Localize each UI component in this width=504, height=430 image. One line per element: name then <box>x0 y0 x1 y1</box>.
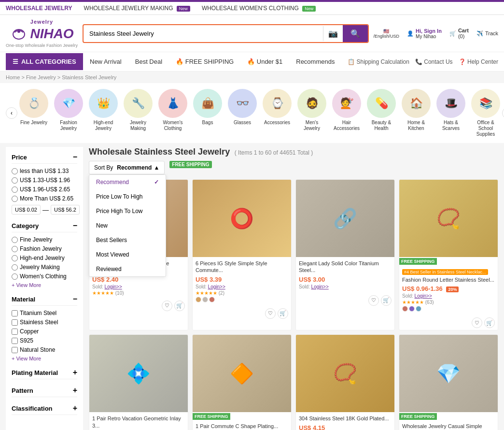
top-nav-wholesale-jewelry[interactable]: WHOLESALE JEWELRY <box>6 5 72 12</box>
category-office-school[interactable]: 📚 Office & School Supplies <box>469 87 502 139</box>
product-card-2[interactable]: ⭕ 6 Pieces IG Style Simple Style Commute… <box>192 179 292 330</box>
category-option-fashion-jewelry[interactable]: Fashion Jewelry <box>12 245 77 252</box>
breadcrumb-fine-jewelry[interactable]: Fine Jewelry <box>26 74 56 80</box>
product-card-5[interactable]: 💠 1 Pair Retro Vacation Geometric Inlay … <box>89 334 188 430</box>
category-fine-jewelry[interactable]: 💍 Fine Jewelry <box>17 87 50 139</box>
category-scroll-left[interactable]: ‹ <box>6 107 17 119</box>
sign-in[interactable]: 👤 Hi, Sign In My Nihao <box>407 28 442 39</box>
category-womens-clothing-img: 👗 <box>158 89 187 118</box>
sort-option-most-viewed[interactable]: Most Viewed <box>89 247 166 262</box>
person-icon: 👤 <box>407 30 414 37</box>
category-scroll-right[interactable]: › <box>502 107 504 119</box>
price-option-3[interactable]: US$ 1.96-US$ 2.65 <box>12 186 77 193</box>
product-login-link-2[interactable]: Login>> <box>208 284 225 289</box>
add-to-cart-button-2[interactable]: 🛒 <box>278 308 288 319</box>
add-to-cart-button-4[interactable]: 🛒 <box>484 317 495 328</box>
logo-area[interactable]: Jewelry NIHAO One-stop Wholesale Fashion… <box>6 19 78 48</box>
sort-option-best-sellers[interactable]: Best Sellers <box>89 233 166 247</box>
shipping-calculation-link[interactable]: 📋 Shipping Calculation <box>348 58 409 65</box>
material-collapse-button[interactable]: − <box>73 295 77 303</box>
ship-to[interactable]: 🇺🇸 /English/USD <box>374 29 400 39</box>
material-titanium-steel[interactable]: Titanium Steel <box>12 310 77 316</box>
material-stainless-steel[interactable]: Stainless Steel <box>12 319 77 326</box>
nav-links: New Arrival Best Deal 🔥 FREE SHIPPING 🔥 … <box>83 52 348 71</box>
color-swatches-2 <box>196 297 288 302</box>
price-collapse-button[interactable]: − <box>73 153 77 161</box>
sort-option-recommend[interactable]: Recommend ✓ <box>89 175 166 189</box>
price-max-input[interactable] <box>51 205 80 215</box>
cart-area[interactable]: 🛒 Cart (0) <box>449 28 469 39</box>
price-option-2[interactable]: US$ 1.33-US$ 1.96 <box>12 177 77 184</box>
sort-option-price-high-low[interactable]: Price High To Low <box>89 204 166 218</box>
category-view-more[interactable]: + View More <box>12 282 77 288</box>
material-s925[interactable]: S925 <box>12 337 77 344</box>
free-shipping-badge: FREE SHIPPING <box>169 161 211 168</box>
category-glasses[interactable]: 👓 Glasses <box>226 87 259 139</box>
product-img-6: 🔶 <box>193 335 291 412</box>
wishlist-button-3[interactable]: ♡ <box>368 295 379 306</box>
classification-expand-button[interactable]: + <box>73 404 77 413</box>
material-view-more[interactable]: + View More <box>12 356 77 361</box>
price-option-1[interactable]: less than US$ 1.33 <box>12 168 77 174</box>
nav-link-free-shipping[interactable]: 🔥 FREE SHIPPING <box>169 52 240 71</box>
category-jewelry-making[interactable]: 🔧 Jewelry Making <box>122 87 154 139</box>
add-to-cart-button-3[interactable]: 🛒 <box>381 295 392 306</box>
sort-option-new[interactable]: New <box>89 218 166 233</box>
material-copper[interactable]: Copper <box>12 328 77 335</box>
category-collapse-button[interactable]: − <box>73 221 77 230</box>
product-card-3[interactable]: 🔗 Elegant Lady Solid Color Titanium Stee… <box>295 179 395 330</box>
product-card-4[interactable]: 📿 FREE SHIPPING #4 Best Seller in Stainl… <box>399 179 498 330</box>
sort-option-reviewed[interactable]: Reviewed <box>89 262 166 276</box>
wishlist-button-4[interactable]: ♡ <box>472 317 482 328</box>
product-card-7[interactable]: 📿 304 Stainless Steel 18K Gold Plated...… <box>295 334 395 430</box>
all-categories-button[interactable]: ☰ ALL CATEGORIES <box>6 53 83 70</box>
category-option-womens-clothing[interactable]: Women's Clothing <box>12 273 77 280</box>
nav-link-best-deal[interactable]: Best Deal <box>128 52 169 71</box>
wishlist-button-1[interactable]: ♡ <box>162 301 172 311</box>
breadcrumb-home[interactable]: Home <box>6 74 20 80</box>
category-bags[interactable]: 👜 Bags <box>191 87 224 139</box>
category-fashion-jewelry-label: Fashion Jewelry <box>54 120 83 131</box>
track-area[interactable]: ✈️ Track <box>476 30 498 37</box>
product-card-8[interactable]: 💎 FREE SHIPPING Wholesale Jewelry Casual… <box>399 334 498 430</box>
nav-link-new-arrival[interactable]: New Arrival <box>83 52 128 71</box>
top-nav-jewelry-making[interactable]: WHOLESALE JEWELRY MAKING New <box>84 5 190 12</box>
product-login-link-4[interactable]: Login>> <box>415 293 432 299</box>
free-shipping-badge-6: FREE SHIPPING <box>193 413 230 420</box>
category-option-fine-jewelry[interactable]: Fine Jewelry <box>12 236 77 243</box>
plating-expand-button[interactable]: + <box>73 368 77 377</box>
help-center-link[interactable]: ❓ Help Center <box>459 58 498 65</box>
camera-search-button[interactable]: 📷 <box>323 26 343 41</box>
category-fashion-jewelry-img: 💎 <box>54 89 83 118</box>
category-hair-accessories[interactable]: 💇 Hair Accessories <box>330 87 363 139</box>
pattern-expand-button[interactable]: + <box>73 386 77 395</box>
nav-link-recommends[interactable]: Recommends <box>289 52 341 71</box>
category-hats-scarves-img: 🎩 <box>436 89 465 118</box>
category-fashion-jewelry[interactable]: 💎 Fashion Jewelry <box>52 87 85 139</box>
category-beauty-health[interactable]: 💊 Beauty & Health <box>365 87 398 139</box>
product-login-link-3[interactable]: Login>> <box>311 284 329 289</box>
category-option-jewelry-making[interactable]: Jewelry Making <box>12 264 77 271</box>
sort-button[interactable]: Sort By Recommend ▲ <box>89 161 165 174</box>
price-min-input[interactable] <box>12 205 41 215</box>
category-home-kitchen[interactable]: 🏠 Home & Kitchen <box>400 87 433 139</box>
category-option-high-end-jewelry[interactable]: High-end Jewelry <box>12 255 77 261</box>
sort-option-price-low-high[interactable]: Price Low To High <box>89 189 166 204</box>
wishlist-button-2[interactable]: ♡ <box>265 308 276 319</box>
nav-link-under-one[interactable]: 🔥 Under $1 <box>240 52 289 71</box>
category-beauty-health-img: 💊 <box>367 89 396 118</box>
search-input[interactable] <box>84 26 323 41</box>
top-nav-womens-clothing[interactable]: WHOLESALE WOMEN'S CLOTHING New <box>202 5 316 12</box>
category-accessories[interactable]: ⌚ Accessories <box>261 87 294 139</box>
price-option-4[interactable]: More Than US$ 2.65 <box>12 195 77 202</box>
category-mens-jewelry[interactable]: 🧔 Men's Jewelry <box>295 87 328 139</box>
search-button[interactable]: 🔍 <box>343 25 368 42</box>
product-card-6[interactable]: 🔶 FREE SHIPPING 1 Pair Commute C Shape P… <box>192 334 292 430</box>
product-login-link-1[interactable]: Login>> <box>105 284 122 289</box>
category-high-end-jewelry[interactable]: 👑 High-end Jewelry <box>87 87 120 139</box>
category-womens-clothing[interactable]: 👗 Women's Clothing <box>156 87 189 139</box>
contact-us-link[interactable]: 📞 Contact Us <box>415 58 453 65</box>
add-to-cart-button-1[interactable]: 🛒 <box>174 301 185 311</box>
category-hats-scarves[interactable]: 🎩 Hats & Scarves <box>434 87 467 139</box>
material-natural-stone[interactable]: Natural Stone <box>12 346 77 353</box>
